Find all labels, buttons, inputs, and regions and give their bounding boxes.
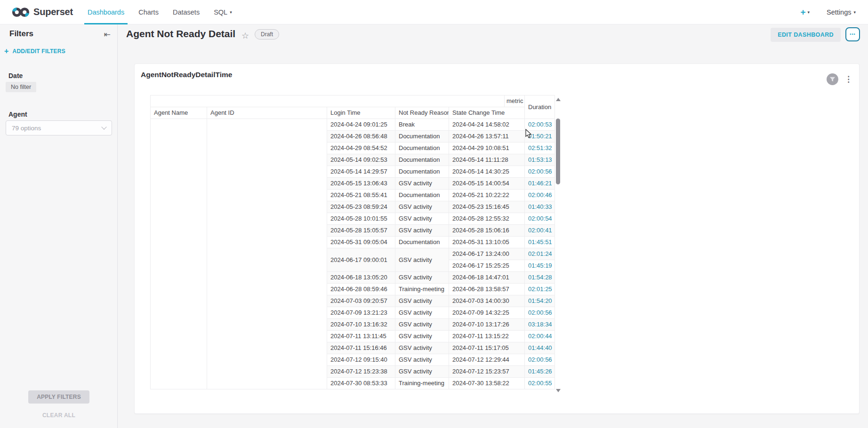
state-change-time-cell: 2024-05-28 12:55:32	[449, 213, 525, 225]
nav-tab-charts[interactable]: Charts	[131, 0, 166, 24]
date-filter-chip[interactable]: No filter	[6, 82, 36, 92]
state-change-time-cell: 2024-04-24 14:58:02	[449, 119, 525, 131]
state-change-time-cell: 2024-05-21 10:22:22	[449, 190, 525, 201]
state-change-time-cell: 2024-05-23 15:16:45	[449, 201, 525, 213]
duration-cell: 02:00:53	[525, 119, 555, 131]
duration-cell: 01:40:33	[525, 201, 555, 213]
group-header-spacer	[151, 95, 505, 107]
scroll-up-icon[interactable]	[556, 98, 561, 101]
metric-group-header: metric	[505, 95, 525, 107]
duration-cell: 02:51:32	[525, 143, 555, 154]
col-header-agent-id[interactable]: Agent ID	[207, 107, 327, 119]
superset-app: Superset Dashboards Charts Datasets SQL …	[0, 0, 868, 428]
table-scrollbar	[555, 96, 561, 394]
not-ready-reason-cell: Documentation	[395, 154, 449, 166]
edit-dashboard-button[interactable]: EDIT DASHBOARD	[771, 28, 841, 42]
login-time-cell: 2024-07-10 13:16:32	[327, 319, 395, 331]
navbar-right: + ▾ Settings ▾	[800, 8, 868, 16]
login-time-cell: 2024-07-12 09:15:40	[327, 354, 395, 366]
date-filter-label: Date	[8, 72, 23, 79]
settings-menu[interactable]: Settings ▾	[827, 8, 856, 16]
duration-cell: 01:53:13	[525, 154, 555, 166]
not-ready-reason-cell: Documentation	[395, 190, 449, 201]
page-title: Agent Not Ready Detail	[126, 28, 235, 40]
not-ready-reason-cell: GSV activity	[395, 225, 449, 237]
col-header-duration[interactable]: Duration	[525, 95, 555, 119]
duration-cell: 02:01:25	[525, 284, 555, 295]
filters-panel-title: Filters	[9, 29, 33, 39]
plus-icon: +	[800, 8, 805, 16]
top-navbar: Superset Dashboards Charts Datasets SQL …	[0, 0, 868, 24]
not-ready-reason-cell: Documentation	[395, 143, 449, 154]
duration-cell: 01:50:21	[525, 131, 555, 143]
login-time-cell: 2024-04-26 08:56:48	[327, 131, 395, 143]
not-ready-reason-cell: Training-meeting	[395, 284, 449, 295]
clear-all-button[interactable]: CLEAR ALL	[0, 412, 118, 419]
not-ready-reason-cell: GSV activity	[395, 366, 449, 378]
chart-title: AgentNotReadyDetailTime	[141, 71, 232, 79]
login-time-cell: 2024-05-31 09:05:04	[327, 237, 395, 248]
more-options-button[interactable]: •••	[845, 27, 860, 41]
caret-down-icon: ▾	[808, 10, 810, 15]
scroll-down-icon[interactable]	[556, 389, 561, 392]
nav-tab-sql[interactable]: SQL ▾	[207, 0, 239, 24]
col-header-state-change-time[interactable]: State Change Time	[449, 107, 525, 119]
state-change-time-cell: 2024-07-12 12:29:44	[449, 354, 525, 366]
state-change-time-cell: 2024-05-15 14:00:54	[449, 178, 525, 190]
login-time-cell: 2024-05-14 14:29:57	[327, 166, 395, 178]
duration-cell: 02:00:56	[525, 354, 555, 366]
col-header-agent-name[interactable]: Agent Name	[151, 107, 207, 119]
duration-cell: 02:00:44	[525, 331, 555, 342]
apply-filters-button[interactable]: APPLY FILTERS	[28, 390, 89, 404]
chart-kebab-menu-icon[interactable]: ⋮	[844, 73, 852, 85]
duration-cell: 01:54:20	[525, 295, 555, 307]
col-header-not-ready-reason[interactable]: Not Ready Reason	[395, 107, 449, 119]
caret-down-icon: ▾	[853, 10, 856, 15]
login-time-cell: 2024-07-03 09:20:57	[327, 295, 395, 307]
duration-cell: 01:44:40	[525, 342, 555, 354]
login-time-cell: 2024-06-17 09:00:01	[327, 248, 395, 272]
login-time-cell: 2024-05-28 10:01:55	[327, 213, 395, 225]
login-time-cell: 2024-06-28 08:59:46	[327, 284, 395, 295]
state-change-time-cell: 2024-06-17 13:24:00	[449, 248, 525, 260]
state-change-time-cell: 2024-06-28 13:58:57	[449, 284, 525, 295]
state-change-time-cell: 2024-07-10 13:17:26	[449, 319, 525, 331]
funnel-icon	[829, 76, 836, 82]
not-ready-reason-cell: GSV activity	[395, 272, 449, 284]
not-ready-table: metric Duration Agent Name Agent ID Logi…	[150, 95, 555, 389]
new-item-button[interactable]: + ▾	[800, 8, 810, 16]
not-ready-reason-cell: GSV activity	[395, 307, 449, 319]
not-ready-reason-cell: Documentation	[395, 237, 449, 248]
login-time-cell: 2024-06-18 13:05:20	[327, 272, 395, 284]
table-body: 2024-04-24 09:01:25Break2024-04-24 14:58…	[151, 119, 555, 389]
star-icon[interactable]: ☆	[241, 31, 249, 41]
login-time-cell: 2024-07-11 15:16:46	[327, 342, 395, 354]
login-time-cell: 2024-05-23 08:59:24	[327, 201, 395, 213]
nav-tab-datasets[interactable]: Datasets	[166, 0, 207, 24]
agent-filter-select[interactable]: 79 options	[6, 120, 112, 135]
not-ready-reason-cell: Documentation	[395, 166, 449, 178]
caret-down-icon: ▾	[230, 0, 232, 24]
table-row: 2024-04-24 09:01:25Break2024-04-24 14:58…	[151, 119, 555, 131]
duration-cell: 02:00:56	[525, 307, 555, 319]
add-edit-filters-button[interactable]: + ADD/EDIT FILTERS	[4, 48, 65, 55]
duration-cell: 01:45:26	[525, 366, 555, 378]
duration-cell: 01:45:51	[525, 237, 555, 248]
login-time-cell: 2024-04-24 09:01:25	[327, 119, 395, 131]
superset-logo[interactable]: Superset	[11, 6, 73, 18]
state-change-time-cell: 2024-04-26 13:57:11	[449, 131, 525, 143]
nav-tab-dashboards[interactable]: Dashboards	[80, 0, 131, 24]
duration-cell: 03:18:34	[525, 319, 555, 331]
not-ready-reason-cell: Break	[395, 119, 449, 131]
chevron-down-icon	[101, 124, 106, 129]
login-time-cell: 2024-05-21 08:55:41	[327, 190, 395, 201]
state-change-time-cell: 2024-06-17 15:25:25	[449, 260, 525, 272]
not-ready-reason-cell: GSV activity	[395, 319, 449, 331]
applied-filter-badge-icon[interactable]	[827, 73, 838, 85]
duration-cell: 02:00:56	[525, 166, 555, 178]
not-ready-reason-cell: GSV activity	[395, 248, 449, 272]
collapse-left-icon[interactable]: ⇤	[104, 30, 111, 40]
col-header-login-time[interactable]: Login Time	[327, 107, 395, 119]
chart-card: AgentNotReadyDetailTime ⋮ metric	[134, 63, 860, 414]
scrollbar-thumb[interactable]	[556, 119, 560, 184]
